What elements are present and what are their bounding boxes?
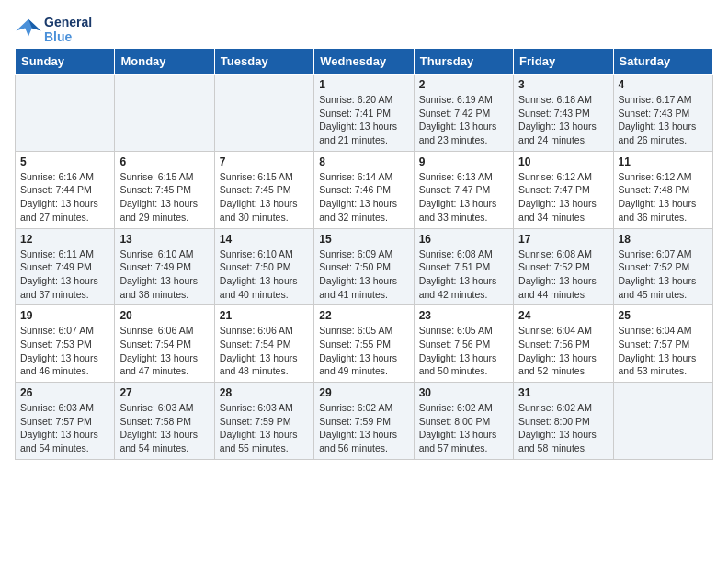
- day-info: Sunrise: 6:17 AMSunset: 7:43 PMDaylight:…: [619, 93, 708, 147]
- calendar-cell: 5Sunrise: 6:16 AMSunset: 7:44 PMDaylight…: [16, 151, 115, 228]
- calendar-cell: [115, 75, 214, 152]
- day-info: Sunrise: 6:06 AMSunset: 7:54 PMDaylight:…: [220, 324, 309, 378]
- day-number: 1: [319, 78, 408, 91]
- day-number: 28: [220, 386, 309, 399]
- weekday-header-row: SundayMondayTuesdayWednesdayThursdayFrid…: [16, 49, 713, 75]
- day-number: 5: [20, 155, 109, 168]
- weekday-header-sunday: Sunday: [16, 49, 115, 75]
- week-row-4: 19Sunrise: 6:07 AMSunset: 7:53 PMDayligh…: [16, 305, 713, 383]
- calendar-cell: 10Sunrise: 6:12 AMSunset: 7:47 PMDayligh…: [514, 151, 613, 228]
- calendar-cell: 17Sunrise: 6:08 AMSunset: 7:52 PMDayligh…: [514, 228, 613, 305]
- day-info: Sunrise: 6:03 AMSunset: 7:58 PMDaylight:…: [119, 401, 209, 455]
- calendar-cell: 8Sunrise: 6:14 AMSunset: 7:46 PMDaylight…: [314, 151, 414, 228]
- day-info: Sunrise: 6:16 AMSunset: 7:44 PMDaylight:…: [20, 170, 109, 224]
- weekday-header-wednesday: Wednesday: [314, 49, 414, 75]
- day-number: 16: [419, 233, 508, 246]
- calendar-cell: 22Sunrise: 6:05 AMSunset: 7:55 PMDayligh…: [314, 305, 414, 383]
- page-header: General Blue: [15, 15, 713, 44]
- day-number: 21: [220, 309, 309, 322]
- weekday-header-friday: Friday: [514, 49, 613, 75]
- calendar-cell: 3Sunrise: 6:18 AMSunset: 7:43 PMDaylight…: [514, 75, 613, 152]
- calendar-cell: 6Sunrise: 6:15 AMSunset: 7:45 PMDaylight…: [115, 151, 214, 228]
- calendar-cell: 9Sunrise: 6:13 AMSunset: 7:47 PMDaylight…: [414, 151, 513, 228]
- day-number: 7: [220, 155, 309, 168]
- calendar-cell: 29Sunrise: 6:02 AMSunset: 7:59 PMDayligh…: [314, 383, 414, 460]
- day-info: Sunrise: 6:12 AMSunset: 7:48 PMDaylight:…: [619, 170, 708, 224]
- calendar-cell: 21Sunrise: 6:06 AMSunset: 7:54 PMDayligh…: [214, 305, 313, 383]
- day-info: Sunrise: 6:19 AMSunset: 7:42 PMDaylight:…: [419, 93, 508, 147]
- day-number: 23: [419, 309, 508, 322]
- day-info: Sunrise: 6:05 AMSunset: 7:55 PMDaylight:…: [319, 324, 408, 378]
- day-number: 25: [619, 309, 708, 322]
- week-row-2: 5Sunrise: 6:16 AMSunset: 7:44 PMDaylight…: [16, 151, 713, 228]
- calendar-cell: 18Sunrise: 6:07 AMSunset: 7:52 PMDayligh…: [613, 228, 712, 305]
- day-number: 12: [20, 233, 109, 246]
- day-number: 6: [119, 155, 209, 168]
- day-number: 18: [619, 233, 708, 246]
- calendar-cell: 15Sunrise: 6:09 AMSunset: 7:50 PMDayligh…: [314, 228, 414, 305]
- calendar-cell: 11Sunrise: 6:12 AMSunset: 7:48 PMDayligh…: [613, 151, 712, 228]
- day-number: 10: [518, 155, 608, 168]
- day-number: 13: [119, 233, 209, 246]
- day-number: 26: [20, 386, 109, 399]
- weekday-header-saturday: Saturday: [613, 49, 712, 75]
- day-number: 15: [319, 233, 408, 246]
- day-number: 22: [319, 309, 408, 322]
- day-info: Sunrise: 6:11 AMSunset: 7:49 PMDaylight:…: [20, 247, 109, 302]
- day-info: Sunrise: 6:14 AMSunset: 7:46 PMDaylight:…: [319, 170, 408, 224]
- day-number: 14: [220, 233, 309, 246]
- calendar-table: SundayMondayTuesdayWednesdayThursdayFrid…: [15, 48, 713, 460]
- calendar-cell: 24Sunrise: 6:04 AMSunset: 7:56 PMDayligh…: [514, 305, 613, 383]
- weekday-header-thursday: Thursday: [414, 49, 513, 75]
- day-number: 24: [518, 309, 608, 322]
- calendar-cell: 14Sunrise: 6:10 AMSunset: 7:50 PMDayligh…: [214, 228, 313, 305]
- calendar-cell: 16Sunrise: 6:08 AMSunset: 7:51 PMDayligh…: [414, 228, 513, 305]
- weekday-header-monday: Monday: [115, 49, 214, 75]
- day-info: Sunrise: 6:07 AMSunset: 7:52 PMDaylight:…: [619, 247, 708, 302]
- week-row-5: 26Sunrise: 6:03 AMSunset: 7:57 PMDayligh…: [16, 383, 713, 460]
- calendar-cell: [16, 75, 115, 152]
- calendar-cell: 19Sunrise: 6:07 AMSunset: 7:53 PMDayligh…: [16, 305, 115, 383]
- day-number: 2: [419, 78, 508, 91]
- logo-text-line2: Blue: [44, 29, 92, 44]
- calendar-cell: [214, 75, 313, 152]
- day-info: Sunrise: 6:09 AMSunset: 7:50 PMDaylight:…: [319, 247, 408, 302]
- day-info: Sunrise: 6:18 AMSunset: 7:43 PMDaylight:…: [518, 93, 608, 147]
- day-number: 11: [619, 155, 708, 168]
- day-info: Sunrise: 6:10 AMSunset: 7:49 PMDaylight:…: [119, 247, 209, 302]
- day-number: 31: [518, 386, 608, 399]
- day-info: Sunrise: 6:02 AMSunset: 7:59 PMDaylight:…: [319, 401, 408, 455]
- day-info: Sunrise: 6:07 AMSunset: 7:53 PMDaylight:…: [20, 324, 109, 378]
- day-number: 4: [619, 78, 708, 91]
- day-info: Sunrise: 6:15 AMSunset: 7:45 PMDaylight:…: [119, 170, 209, 224]
- calendar-cell: 13Sunrise: 6:10 AMSunset: 7:49 PMDayligh…: [115, 228, 214, 305]
- day-number: 20: [119, 309, 209, 322]
- day-number: 8: [319, 155, 408, 168]
- day-number: 9: [419, 155, 508, 168]
- day-info: Sunrise: 6:02 AMSunset: 8:00 PMDaylight:…: [419, 401, 508, 455]
- calendar-cell: 7Sunrise: 6:15 AMSunset: 7:45 PMDaylight…: [214, 151, 313, 228]
- day-info: Sunrise: 6:15 AMSunset: 7:45 PMDaylight:…: [220, 170, 309, 224]
- day-info: Sunrise: 6:08 AMSunset: 7:52 PMDaylight:…: [518, 247, 608, 302]
- day-info: Sunrise: 6:06 AMSunset: 7:54 PMDaylight:…: [119, 324, 209, 378]
- calendar-cell: 30Sunrise: 6:02 AMSunset: 8:00 PMDayligh…: [414, 383, 513, 460]
- day-info: Sunrise: 6:02 AMSunset: 8:00 PMDaylight:…: [518, 401, 608, 455]
- day-info: Sunrise: 6:12 AMSunset: 7:47 PMDaylight:…: [518, 170, 608, 224]
- day-number: 27: [119, 386, 209, 399]
- calendar-cell: 26Sunrise: 6:03 AMSunset: 7:57 PMDayligh…: [16, 383, 115, 460]
- calendar-cell: 20Sunrise: 6:06 AMSunset: 7:54 PMDayligh…: [115, 305, 214, 383]
- day-info: Sunrise: 6:04 AMSunset: 7:57 PMDaylight:…: [619, 324, 708, 378]
- day-info: Sunrise: 6:10 AMSunset: 7:50 PMDaylight:…: [220, 247, 309, 302]
- day-info: Sunrise: 6:05 AMSunset: 7:56 PMDaylight:…: [419, 324, 508, 378]
- calendar-cell: 23Sunrise: 6:05 AMSunset: 7:56 PMDayligh…: [414, 305, 513, 383]
- day-number: 3: [518, 78, 608, 91]
- day-number: 17: [518, 233, 608, 246]
- calendar-cell: 27Sunrise: 6:03 AMSunset: 7:58 PMDayligh…: [115, 383, 214, 460]
- day-number: 30: [419, 386, 508, 399]
- calendar-cell: 1Sunrise: 6:20 AMSunset: 7:41 PMDaylight…: [314, 75, 414, 152]
- calendar-cell: 12Sunrise: 6:11 AMSunset: 7:49 PMDayligh…: [16, 228, 115, 305]
- calendar-cell: 2Sunrise: 6:19 AMSunset: 7:42 PMDaylight…: [414, 75, 513, 152]
- day-number: 19: [20, 309, 109, 322]
- weekday-header-tuesday: Tuesday: [214, 49, 313, 75]
- calendar-cell: [613, 383, 712, 460]
